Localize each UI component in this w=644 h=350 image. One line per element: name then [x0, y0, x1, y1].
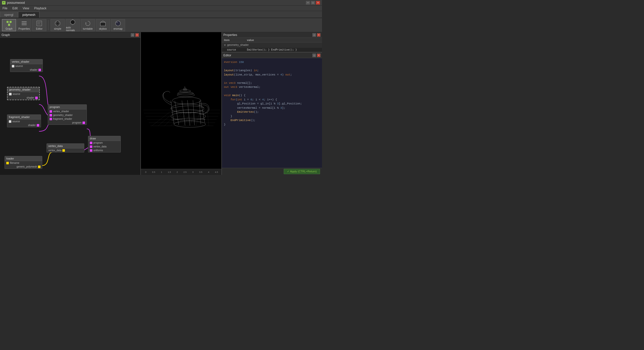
- node-program[interactable]: program vertex_shader geometry_shader fr…: [48, 104, 87, 125]
- node-loader[interactable]: loader filename generic_polymesh: [5, 156, 42, 169]
- simple-label: simple: [54, 27, 61, 30]
- port-fs-shader-out: [37, 124, 39, 127]
- properties-panel-header: Properties ◇ ✕: [222, 32, 322, 38]
- viewport[interactable]: 0 0.5 1 1.5 2 2.5 3 3.5 4 4.5: [141, 32, 221, 175]
- node-vertex-shader-shader: shader: [10, 68, 43, 72]
- close-button[interactable]: ✕: [316, 1, 320, 5]
- turntable-label: turntable: [83, 27, 93, 30]
- node-program-vs: vertex_shader: [48, 109, 87, 113]
- graph-close-button[interactable]: ✕: [135, 33, 139, 37]
- node-fragment-shader-shader: shader: [7, 123, 41, 127]
- node-program-out: program: [48, 121, 87, 125]
- node-program-gs: geometry_shader: [48, 113, 87, 117]
- port-prog-vs-in: [50, 110, 52, 113]
- node-geometry-shader[interactable]: geometry_shader source shader: [7, 87, 40, 100]
- port-vs-source: [12, 65, 14, 67]
- toolbar-autonormals[interactable]: auto normals: [66, 19, 80, 31]
- node-vertex-shader-source: source: [10, 64, 43, 68]
- tick-8: 4: [205, 171, 213, 173]
- properties-label: Properties: [18, 27, 30, 30]
- port-gs-shader-out: [35, 97, 38, 99]
- svg-point-20: [115, 21, 120, 26]
- toolbar-skybox[interactable]: skybox: [96, 19, 110, 31]
- svg-line-50: [199, 101, 201, 124]
- menubar: File Edit View Playback: [0, 6, 322, 11]
- tab-polymesh[interactable]: polymesh: [18, 12, 39, 18]
- port-vdata-out: [62, 149, 65, 152]
- main-area: Graph ◇ ✕: [0, 32, 322, 175]
- node-vertex-shader[interactable]: vertex_shader source shader: [10, 59, 43, 72]
- svg-line-37: [207, 110, 209, 126]
- node-draw-uniforms: uniforms: [88, 148, 120, 152]
- node-draw-vdata: vertex_data: [88, 145, 120, 148]
- timeline: 0 0.5 1 1.5 2 2.5 3 3.5 4 4.5: [141, 169, 221, 175]
- col-item: item: [222, 38, 245, 43]
- menu-edit[interactable]: Edit: [10, 6, 20, 11]
- skybox-icon: [99, 20, 106, 27]
- toolbar-turntable[interactable]: turntable: [81, 19, 95, 31]
- toolbar-envmap[interactable]: envmap: [111, 19, 125, 31]
- properties-panel: Properties ◇ ✕ item value ∨: [221, 32, 322, 175]
- port-loader-polymesh-out: [38, 166, 41, 168]
- graph-panel: Graph ◇ ✕: [0, 32, 141, 175]
- graph-pin-button[interactable]: ◇: [131, 33, 134, 37]
- node-loader-polymesh: generic_polymesh: [5, 165, 42, 169]
- menu-playback[interactable]: Playback: [32, 6, 49, 11]
- tick-0: 0: [142, 171, 150, 173]
- graph-canvas[interactable]: vertex_shader source shader geometry_sha…: [0, 38, 140, 175]
- port-gs-source: [9, 93, 12, 95]
- properties-close-button[interactable]: ✕: [317, 33, 320, 37]
- editor-panel-controls: ◇ ✕: [312, 54, 320, 57]
- maximize-button[interactable]: □: [311, 1, 315, 5]
- svg-rect-5: [22, 21, 27, 22]
- code-editor[interactable]: #version 150 layout(triangles) in; layou…: [222, 58, 322, 168]
- window-controls: ─ □ ✕: [306, 1, 320, 5]
- col-value: value: [245, 38, 322, 43]
- node-vertex-data[interactable]: vertex_data vertex_data: [47, 143, 84, 152]
- toolbar-properties[interactable]: Properties: [17, 19, 31, 31]
- window-title: possumwood: [7, 1, 25, 5]
- svg-point-44: [180, 90, 191, 92]
- graph-panel-header: Graph ◇ ✕: [0, 32, 140, 38]
- props-section-geometry-shader: ∨ geometry_shader: [222, 43, 322, 48]
- apply-button[interactable]: ✓ Apply (CTRL+Return): [284, 169, 320, 174]
- node-geometry-shader-source: source: [8, 92, 39, 96]
- toolbar-simple[interactable]: simple: [51, 19, 65, 31]
- editor-pin-button[interactable]: ◇: [312, 54, 316, 57]
- svg-point-40: [171, 104, 204, 113]
- svg-rect-8: [37, 21, 42, 26]
- node-draw-title: draw: [88, 136, 120, 141]
- svg-line-35: [196, 110, 200, 126]
- envmap-label: envmap: [113, 27, 123, 30]
- node-fragment-shader[interactable]: fragment_shader source shader: [7, 114, 41, 127]
- viewport-canvas: [141, 32, 221, 169]
- editor-icon: [36, 20, 43, 27]
- port-prog-gs-in: [50, 114, 52, 116]
- properties-pin-button[interactable]: ◇: [312, 33, 316, 37]
- props-item-source: source: [222, 48, 245, 52]
- editor-close-button[interactable]: ✕: [317, 54, 320, 57]
- editor-panel-title: Editor: [223, 54, 231, 57]
- props-value-source[interactable]: EmitVertex(); } EndPrimitive(); }: [245, 48, 322, 52]
- svg-marker-18: [86, 22, 87, 23]
- toolbar-editor[interactable]: Editor: [32, 19, 46, 31]
- menu-view[interactable]: View: [20, 6, 32, 11]
- graph-icon: [6, 20, 13, 27]
- minimize-button[interactable]: ─: [306, 1, 310, 5]
- node-geometry-shader-shader: shader: [8, 96, 39, 100]
- menu-file[interactable]: File: [0, 6, 10, 11]
- toolbar-graph[interactable]: Graph: [2, 19, 16, 31]
- properties-panel-title: Properties: [223, 33, 237, 37]
- tab-opengl[interactable]: opengl: [0, 12, 18, 18]
- tick-6: 3: [189, 171, 197, 173]
- svg-point-41: [172, 97, 201, 104]
- autonormals-label: auto normals: [66, 26, 79, 32]
- node-vertex-shader-title: vertex_shader: [10, 59, 43, 64]
- svg-point-53: [184, 88, 186, 89]
- svg-rect-19: [100, 22, 105, 26]
- node-program-fs: fragment_shader: [48, 117, 87, 121]
- chevron-icon: ∨: [224, 43, 226, 47]
- graph-panel-controls: ◇ ✕: [131, 33, 139, 37]
- node-draw[interactable]: draw program vertex_data uniforms: [88, 136, 121, 152]
- node-vertex-data-title: vertex_data: [47, 144, 84, 148]
